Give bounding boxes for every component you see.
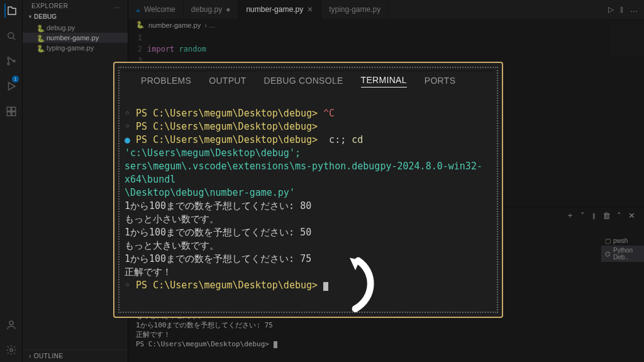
- tab-typing-game-py[interactable]: typing-game.py: [321, 0, 389, 19]
- terminal-zoom-callout: PROBLEMS OUTPUT DEBUG CONSOLE TERMINAL P…: [113, 62, 503, 318]
- activity-search-icon[interactable]: [4, 29, 18, 43]
- svg-point-8: [9, 321, 13, 325]
- editor-actions: ▷ ⫿ …: [602, 5, 644, 14]
- more-icon[interactable]: …: [630, 5, 638, 14]
- file-item-typing-game[interactable]: 🐍 typing-game.py: [23, 43, 128, 53]
- explorer-file-list: 🐍 debug.py 🐍 number-game.py 🐍 typing-gam…: [23, 21, 128, 55]
- svg-rect-5: [11, 107, 15, 111]
- python-file-icon: 🐍: [136, 21, 145, 29]
- tab-welcome[interactable]: ⟁ Welcome: [128, 0, 184, 19]
- dirty-dot-icon: ●: [226, 5, 230, 14]
- python-file-icon: 🐍: [36, 35, 43, 41]
- kill-terminal-icon[interactable]: 🗑: [602, 211, 611, 220]
- close-panel-icon[interactable]: ✕: [628, 211, 635, 220]
- terminal-list-item-pwsh[interactable]: ▢pwsh: [601, 236, 644, 246]
- tab-label: number-game.py: [246, 5, 303, 14]
- debug-badge: 1: [12, 76, 18, 82]
- zoom-terminal-output: ◦ PS C:\Users\megum\Desktop\debug> ^C ◦ …: [123, 91, 493, 308]
- editor-tab-bar: ⟁ Welcome debug.py ● number-game.py ✕ ty…: [128, 0, 644, 19]
- line-number: 1: [128, 32, 142, 43]
- tab-label: typing-game.py: [329, 5, 380, 14]
- panel-tab-ports[interactable]: PORTS: [425, 76, 455, 88]
- split-icon[interactable]: ⫿: [620, 5, 624, 14]
- svg-point-2: [8, 63, 9, 65]
- explorer-title: EXPLORER: [31, 3, 68, 9]
- panel-tab-output[interactable]: OUTPUT: [209, 76, 246, 88]
- activity-extensions-icon[interactable]: [4, 105, 18, 118]
- terminal-cursor: [274, 341, 277, 348]
- activity-account-icon[interactable]: [4, 318, 18, 332]
- maximize-panel-icon[interactable]: ˄: [617, 211, 621, 220]
- breadcrumb-file: number-game.py: [148, 21, 201, 29]
- svg-point-3: [13, 60, 15, 62]
- explorer-more-icon[interactable]: …: [114, 3, 121, 9]
- svg-rect-6: [7, 112, 11, 116]
- outline-label: OUTLINE: [34, 353, 64, 359]
- breadcrumb-rest: › …: [204, 21, 216, 29]
- terminal-list: ▢pwsh ⌬Python Deb..: [601, 236, 644, 262]
- activity-debug-icon[interactable]: 1: [4, 79, 18, 93]
- activity-bar: 1: [0, 0, 23, 362]
- activity-scm-icon[interactable]: [4, 54, 18, 68]
- tab-label: debug.py: [191, 5, 222, 14]
- explorer-folder-header[interactable]: ▾ DEBUG: [23, 12, 128, 21]
- panel-tab-problems[interactable]: PROBLEMS: [141, 76, 191, 88]
- svg-rect-7: [11, 112, 15, 116]
- run-icon[interactable]: ▷: [608, 5, 614, 14]
- activity-settings-icon[interactable]: [4, 343, 18, 357]
- line-number: 2: [128, 43, 142, 55]
- terminal-list-item-python-debug[interactable]: ⌬Python Deb..: [601, 246, 644, 262]
- close-icon[interactable]: ✕: [307, 5, 313, 14]
- chevron-down-icon: ▾: [29, 14, 31, 20]
- file-item-debug[interactable]: 🐍 debug.py: [23, 23, 128, 33]
- bug-icon: ⌬: [605, 251, 611, 257]
- svg-point-9: [9, 349, 13, 352]
- panel-tab-debug-console[interactable]: DEBUG CONSOLE: [264, 76, 343, 88]
- callout-arrow-icon: [327, 252, 384, 317]
- python-file-icon: 🐍: [36, 45, 43, 51]
- terminal-icon: ▢: [605, 237, 611, 244]
- svg-point-0: [8, 33, 13, 38]
- python-file-icon: 🐍: [36, 25, 43, 31]
- file-item-number-game[interactable]: 🐍 number-game.py: [23, 33, 128, 43]
- vscode-icon: ⟁: [136, 5, 140, 14]
- svg-point-1: [8, 57, 9, 59]
- outline-section[interactable]: › OUTLINE: [23, 349, 128, 362]
- split-terminal-icon[interactable]: ⫿: [592, 211, 596, 220]
- explorer-sidebar: EXPLORER … ▾ DEBUG 🐍 debug.py 🐍 number-g…: [23, 0, 128, 362]
- chevron-right-icon: ›: [29, 353, 31, 359]
- file-item-label: number-game.py: [47, 34, 99, 42]
- panel-tab-terminal[interactable]: TERMINAL: [361, 75, 407, 88]
- file-item-label: debug.py: [47, 24, 75, 31]
- zoom-panel-tabs: PROBLEMS OUTPUT DEBUG CONSOLE TERMINAL P…: [123, 71, 493, 91]
- new-terminal-icon[interactable]: ＋: [566, 210, 574, 221]
- file-item-label: typing-game.py: [47, 44, 94, 52]
- panel-actions: ＋ ˅ ⫿ 🗑 ˄ ✕: [566, 210, 635, 221]
- minimap[interactable]: [610, 21, 644, 57]
- tab-label: Welcome: [144, 5, 175, 14]
- breadcrumb[interactable]: 🐍 number-game.py › …: [128, 19, 644, 31]
- tab-debug-py[interactable]: debug.py ●: [184, 0, 239, 19]
- explorer-header: EXPLORER …: [23, 0, 128, 12]
- tab-number-game-py[interactable]: number-game.py ✕: [238, 0, 321, 19]
- svg-rect-4: [7, 107, 11, 111]
- terminal-dropdown-icon[interactable]: ˅: [580, 211, 585, 220]
- explorer-folder-name: DEBUG: [34, 13, 57, 20]
- activity-explorer-icon[interactable]: [4, 4, 18, 18]
